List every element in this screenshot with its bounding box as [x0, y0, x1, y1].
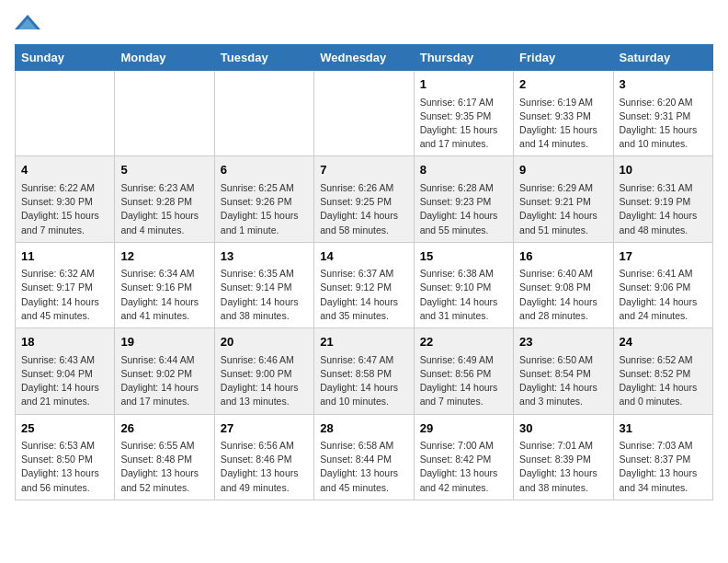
calendar-cell: 13Sunrise: 6:35 AM Sunset: 9:14 PM Dayli…	[214, 242, 313, 327]
day-info: Sunrise: 6:19 AM Sunset: 9:33 PM Dayligh…	[519, 96, 607, 152]
calendar-cell: 10Sunrise: 6:31 AM Sunset: 9:19 PM Dayli…	[613, 156, 712, 242]
calendar-cell	[214, 71, 313, 156]
day-info: Sunrise: 6:20 AM Sunset: 9:31 PM Dayligh…	[620, 96, 707, 152]
day-number: 16	[519, 247, 607, 266]
day-info: Sunrise: 6:52 AM Sunset: 8:52 PM Dayligh…	[620, 353, 707, 409]
day-header-tuesday: Tuesday	[214, 45, 313, 71]
day-header-friday: Friday	[514, 45, 613, 71]
calendar-cell	[115, 71, 214, 156]
day-info: Sunrise: 6:17 AM Sunset: 9:35 PM Dayligh…	[420, 96, 507, 152]
calendar-cell	[314, 71, 414, 156]
day-info: Sunrise: 6:25 AM Sunset: 9:26 PM Dayligh…	[221, 181, 308, 237]
day-info: Sunrise: 6:40 AM Sunset: 9:08 PM Dayligh…	[519, 267, 607, 323]
day-info: Sunrise: 6:58 AM Sunset: 8:44 PM Dayligh…	[320, 439, 407, 495]
day-info: Sunrise: 6:41 AM Sunset: 9:06 PM Dayligh…	[620, 267, 707, 323]
calendar-table: SundayMondayTuesdayWednesdayThursdayFrid…	[15, 44, 713, 500]
day-number: 14	[320, 247, 407, 266]
day-info: Sunrise: 6:56 AM Sunset: 8:46 PM Dayligh…	[221, 439, 308, 495]
day-number: 4	[21, 161, 108, 179]
day-info: Sunrise: 6:44 AM Sunset: 9:02 PM Dayligh…	[120, 353, 208, 409]
calendar-cell: 20Sunrise: 6:46 AM Sunset: 9:00 PM Dayli…	[214, 328, 313, 414]
day-number: 6	[221, 161, 308, 179]
calendar-cell: 24Sunrise: 6:52 AM Sunset: 8:52 PM Dayli…	[613, 328, 712, 414]
calendar-week-row: 4Sunrise: 6:22 AM Sunset: 9:30 PM Daylig…	[16, 156, 713, 242]
day-info: Sunrise: 6:47 AM Sunset: 8:58 PM Dayligh…	[320, 353, 407, 409]
day-info: Sunrise: 6:29 AM Sunset: 9:21 PM Dayligh…	[519, 181, 607, 237]
day-info: Sunrise: 6:49 AM Sunset: 8:56 PM Dayligh…	[420, 353, 507, 409]
calendar-cell: 8Sunrise: 6:28 AM Sunset: 9:23 PM Daylig…	[414, 156, 513, 242]
calendar-cell: 31Sunrise: 7:03 AM Sunset: 8:37 PM Dayli…	[613, 414, 712, 500]
day-number: 19	[120, 333, 208, 351]
day-info: Sunrise: 6:28 AM Sunset: 9:23 PM Dayligh…	[420, 181, 507, 237]
day-info: Sunrise: 6:46 AM Sunset: 9:00 PM Dayligh…	[221, 353, 308, 409]
day-info: Sunrise: 7:03 AM Sunset: 8:37 PM Dayligh…	[620, 439, 707, 495]
logo	[15, 15, 44, 33]
day-number: 17	[620, 247, 707, 266]
calendar-cell: 21Sunrise: 6:47 AM Sunset: 8:58 PM Dayli…	[314, 328, 414, 414]
calendar-cell: 28Sunrise: 6:58 AM Sunset: 8:44 PM Dayli…	[314, 414, 414, 500]
calendar-cell: 27Sunrise: 6:56 AM Sunset: 8:46 PM Dayli…	[214, 414, 313, 500]
day-number: 7	[320, 161, 407, 179]
day-number: 18	[21, 333, 108, 351]
page-header	[15, 15, 713, 33]
day-number: 13	[221, 247, 308, 266]
day-info: Sunrise: 7:01 AM Sunset: 8:39 PM Dayligh…	[519, 439, 607, 495]
day-number: 30	[519, 419, 607, 438]
day-number: 21	[320, 333, 407, 351]
calendar-cell: 15Sunrise: 6:38 AM Sunset: 9:10 PM Dayli…	[414, 242, 513, 327]
day-info: Sunrise: 6:43 AM Sunset: 9:04 PM Dayligh…	[21, 353, 108, 409]
calendar-cell: 16Sunrise: 6:40 AM Sunset: 9:08 PM Dayli…	[514, 242, 613, 327]
calendar-cell: 25Sunrise: 6:53 AM Sunset: 8:50 PM Dayli…	[16, 414, 115, 500]
day-number: 2	[519, 75, 607, 94]
calendar-cell: 11Sunrise: 6:32 AM Sunset: 9:17 PM Dayli…	[16, 242, 115, 327]
calendar-week-row: 11Sunrise: 6:32 AM Sunset: 9:17 PM Dayli…	[16, 242, 713, 327]
day-info: Sunrise: 6:35 AM Sunset: 9:14 PM Dayligh…	[221, 267, 308, 323]
day-number: 3	[620, 75, 707, 94]
calendar-cell: 12Sunrise: 6:34 AM Sunset: 9:16 PM Dayli…	[115, 242, 214, 327]
day-info: Sunrise: 6:26 AM Sunset: 9:25 PM Dayligh…	[320, 181, 407, 237]
day-number: 22	[420, 333, 507, 351]
day-info: Sunrise: 6:55 AM Sunset: 8:48 PM Dayligh…	[120, 439, 208, 495]
calendar-week-row: 1Sunrise: 6:17 AM Sunset: 9:35 PM Daylig…	[16, 71, 713, 156]
calendar-cell: 1Sunrise: 6:17 AM Sunset: 9:35 PM Daylig…	[414, 71, 513, 156]
calendar-cell: 18Sunrise: 6:43 AM Sunset: 9:04 PM Dayli…	[16, 328, 115, 414]
calendar-cell: 5Sunrise: 6:23 AM Sunset: 9:28 PM Daylig…	[115, 156, 214, 242]
day-info: Sunrise: 6:22 AM Sunset: 9:30 PM Dayligh…	[21, 181, 108, 237]
day-number: 31	[620, 419, 707, 438]
calendar-cell: 3Sunrise: 6:20 AM Sunset: 9:31 PM Daylig…	[613, 71, 712, 156]
day-number: 20	[221, 333, 308, 351]
calendar-cell: 7Sunrise: 6:26 AM Sunset: 9:25 PM Daylig…	[314, 156, 414, 242]
calendar-cell: 4Sunrise: 6:22 AM Sunset: 9:30 PM Daylig…	[16, 156, 115, 242]
calendar-cell: 9Sunrise: 6:29 AM Sunset: 9:21 PM Daylig…	[514, 156, 613, 242]
day-info: Sunrise: 6:53 AM Sunset: 8:50 PM Dayligh…	[21, 439, 108, 495]
day-number: 12	[120, 247, 208, 266]
calendar-header-row: SundayMondayTuesdayWednesdayThursdayFrid…	[16, 45, 713, 71]
day-number: 24	[620, 333, 707, 351]
day-number: 15	[420, 247, 507, 266]
calendar-cell: 19Sunrise: 6:44 AM Sunset: 9:02 PM Dayli…	[115, 328, 214, 414]
day-number: 5	[120, 161, 208, 179]
day-number: 23	[519, 333, 607, 351]
calendar-cell: 26Sunrise: 6:55 AM Sunset: 8:48 PM Dayli…	[115, 414, 214, 500]
day-info: Sunrise: 6:37 AM Sunset: 9:12 PM Dayligh…	[320, 267, 407, 323]
day-header-sunday: Sunday	[16, 45, 115, 71]
day-number: 29	[420, 419, 507, 438]
day-header-saturday: Saturday	[613, 45, 712, 71]
calendar-week-row: 25Sunrise: 6:53 AM Sunset: 8:50 PM Dayli…	[16, 414, 713, 500]
day-number: 27	[221, 419, 308, 438]
day-number: 28	[320, 419, 407, 438]
calendar-cell: 29Sunrise: 7:00 AM Sunset: 8:42 PM Dayli…	[414, 414, 513, 500]
calendar-cell: 6Sunrise: 6:25 AM Sunset: 9:26 PM Daylig…	[214, 156, 313, 242]
calendar-cell: 23Sunrise: 6:50 AM Sunset: 8:54 PM Dayli…	[514, 328, 613, 414]
calendar-cell: 30Sunrise: 7:01 AM Sunset: 8:39 PM Dayli…	[514, 414, 613, 500]
calendar-cell	[16, 71, 115, 156]
day-number: 1	[420, 75, 507, 94]
calendar-cell: 22Sunrise: 6:49 AM Sunset: 8:56 PM Dayli…	[414, 328, 513, 414]
day-info: Sunrise: 6:50 AM Sunset: 8:54 PM Dayligh…	[519, 353, 607, 409]
day-number: 9	[519, 161, 607, 179]
day-info: Sunrise: 7:00 AM Sunset: 8:42 PM Dayligh…	[420, 439, 507, 495]
calendar-cell: 2Sunrise: 6:19 AM Sunset: 9:33 PM Daylig…	[514, 71, 613, 156]
day-header-monday: Monday	[115, 45, 214, 71]
calendar-cell: 17Sunrise: 6:41 AM Sunset: 9:06 PM Dayli…	[613, 242, 712, 327]
day-number: 8	[420, 161, 507, 179]
